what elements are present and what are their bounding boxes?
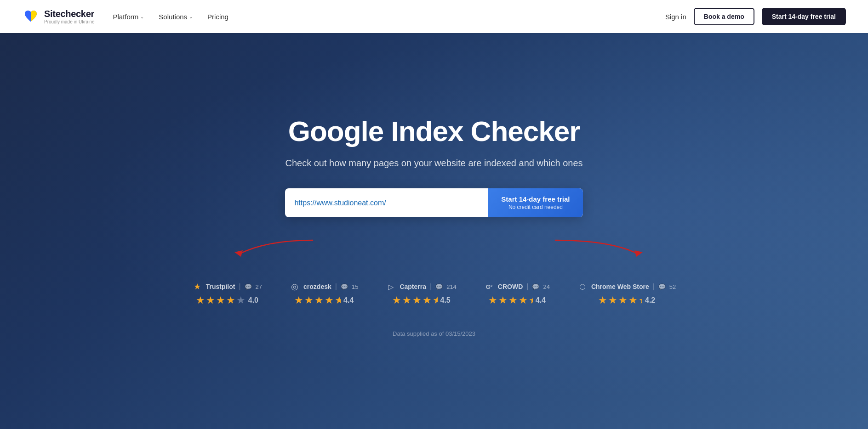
rating-g2-header: G² CROWD | 💬 24 (484, 282, 550, 292)
crozdesk-stars: ★ ★ ★ ★ ★ 4.4 (294, 294, 354, 306)
capterra-score: 4.5 (440, 296, 451, 305)
comment-icon: 💬 (532, 283, 539, 290)
comment-icon: 💬 (658, 283, 666, 290)
navbar: Sitechecker Proudly made in Ukraine Plat… (0, 0, 868, 33)
nav-platform[interactable]: Platform ⌄ (113, 13, 144, 21)
hero-title: Google Index Checker (285, 116, 582, 147)
book-demo-button[interactable]: Book a demo (694, 8, 754, 25)
logo-subtitle: Proudly made in Ukraine (44, 19, 95, 24)
g2-count: 24 (543, 283, 549, 290)
chrome-score: 4.2 (645, 296, 655, 305)
svg-marker-1 (634, 250, 643, 257)
trustpilot-name: Trustpilot (206, 283, 235, 290)
comment-icon: 💬 (435, 283, 443, 290)
start-trial-main-text: Start 14-day free trial (501, 195, 570, 204)
search-box: Start 14-day free trial No credit card n… (285, 188, 582, 217)
crozdesk-count: 15 (352, 283, 358, 290)
nav-platform-label: Platform (113, 13, 139, 21)
hero-subtitle: Check out how many pages on your website… (285, 156, 582, 170)
nav-links: Platform ⌄ Solutions ⌄ Pricing (113, 13, 228, 21)
data-supplied-text: Data supplied as of 03/15/2023 (393, 330, 475, 346)
rating-trustpilot-header: ★ Trustpilot | 💬 27 (192, 282, 262, 292)
rating-g2crowd: G² CROWD | 💬 24 ★ ★ ★ ★ ★ 4.4 (484, 282, 550, 306)
navbar-right: Sign in Book a demo Start 14-day free tr… (665, 8, 846, 25)
start-trial-button[interactable]: Start 14-day free trial No credit card n… (488, 188, 582, 217)
nav-solutions-label: Solutions (159, 13, 187, 21)
navbar-left: Sitechecker Proudly made in Ukraine Plat… (22, 8, 228, 25)
left-arrow-icon (221, 236, 313, 259)
chrome-name: Chrome Web Store (591, 283, 649, 290)
trustpilot-icon: ★ (192, 282, 202, 292)
rating-capterra: ▷ Capterra | 💬 214 ★ ★ ★ ★ ★ 4.5 (386, 282, 456, 306)
trial-button-nav[interactable]: Start 14-day free trial (762, 8, 846, 25)
g2-icon: G² (484, 282, 494, 292)
svg-marker-0 (234, 250, 243, 257)
capterra-name: Capterra (400, 283, 426, 290)
url-input[interactable] (285, 188, 488, 217)
nav-pricing[interactable]: Pricing (207, 13, 228, 21)
chrome-icon: ⬡ (577, 282, 588, 292)
crozdesk-name: crozdesk (303, 283, 331, 290)
rating-crozdesk-header: ◎ crozdesk | 💬 15 (290, 282, 358, 292)
start-trial-sub-text: No credit card needed (508, 204, 563, 211)
capterra-icon: ▷ (386, 282, 396, 292)
hero-content: Google Index Checker Check out how many … (274, 116, 594, 245)
comment-icon: 💬 (245, 283, 252, 290)
g2-name: CROWD (498, 283, 523, 290)
right-arrow-icon (555, 236, 657, 259)
trustpilot-count: 27 (256, 283, 262, 290)
logo-text: Sitechecker Proudly made in Ukraine (44, 9, 95, 24)
hero-section: Google Index Checker Check out how many … (0, 0, 868, 429)
trustpilot-score: 4.0 (248, 296, 258, 305)
g2-score: 4.4 (536, 296, 546, 305)
logo-icon (22, 8, 40, 25)
rating-chrome: ⬡ Chrome Web Store | 💬 52 ★ ★ ★ ★ ★ 4.2 (577, 282, 676, 306)
g2-stars: ★ ★ ★ ★ ★ 4.4 (488, 294, 546, 306)
trustpilot-stars: ★ ★ ★ ★ ★ 4.0 (196, 294, 258, 306)
logo-title: Sitechecker (44, 9, 95, 19)
rating-crozdesk: ◎ crozdesk | 💬 15 ★ ★ ★ ★ ★ 4.4 (290, 282, 358, 306)
chevron-down-icon: ⌄ (189, 14, 193, 19)
chrome-stars: ★ ★ ★ ★ ★ 4.2 (598, 294, 655, 306)
logo[interactable]: Sitechecker Proudly made in Ukraine (22, 8, 95, 25)
nav-solutions[interactable]: Solutions ⌄ (159, 13, 193, 21)
crozdesk-score: 4.4 (343, 296, 354, 305)
chevron-down-icon: ⌄ (140, 14, 144, 19)
comment-icon: 💬 (341, 283, 348, 290)
divider: | (239, 282, 240, 291)
capterra-count: 214 (446, 283, 457, 290)
ratings-section: ★ Trustpilot | 💬 27 ★ ★ ★ ★ ★ 4.0 ◎ croz… (192, 282, 676, 325)
signin-button[interactable]: Sign in (665, 13, 686, 21)
nav-pricing-label: Pricing (207, 13, 228, 21)
capterra-stars: ★ ★ ★ ★ ★ 4.5 (392, 294, 451, 306)
rating-chrome-header: ⬡ Chrome Web Store | 💬 52 (577, 282, 676, 292)
crozdesk-icon: ◎ (290, 282, 300, 292)
rating-capterra-header: ▷ Capterra | 💬 214 (386, 282, 456, 292)
rating-trustpilot: ★ Trustpilot | 💬 27 ★ ★ ★ ★ ★ 4.0 (192, 282, 262, 306)
chrome-count: 52 (669, 283, 676, 290)
